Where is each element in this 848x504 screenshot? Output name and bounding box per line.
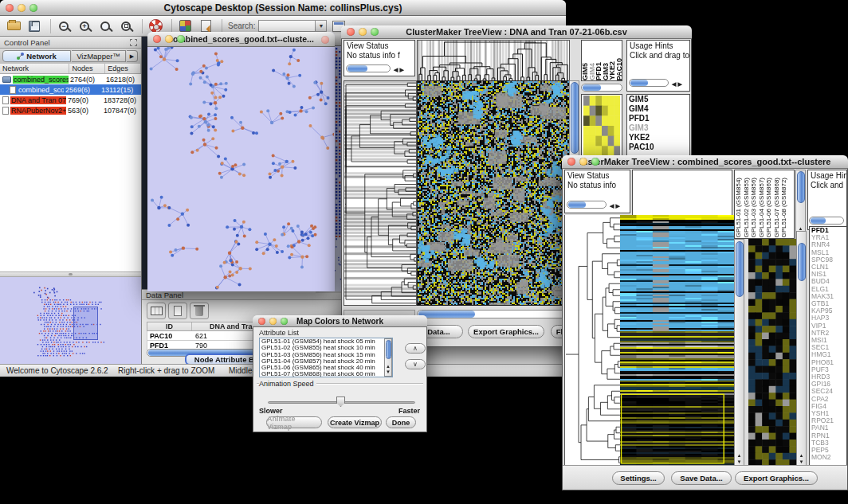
network-view-titlebar[interactable]: combined_scores_good.txt--cluste...: [147, 32, 335, 47]
main-titlebar[interactable]: Cytoscape Desktop (Session Name: collins…: [0, 0, 566, 16]
column-label[interactable]: GPL51-02 (GSM855): [743, 178, 751, 238]
scroll-arrows-icon[interactable]: ◀▶: [394, 65, 406, 75]
zoom-fit-icon[interactable]: [117, 18, 135, 34]
tab-network-label: Network: [26, 52, 56, 61]
tab-network[interactable]: Network: [2, 50, 71, 62]
col-network[interactable]: Network: [0, 64, 69, 73]
network-row[interactable]: combined_sco2569(6)13112(15): [0, 84, 141, 95]
column-labels-scrollbar[interactable]: ▲▼: [795, 170, 806, 239]
zoom-window-icon[interactable]: [371, 28, 379, 36]
treeview2-heatmap[interactable]: [620, 215, 734, 466]
column-label[interactable]: GPL51-04 (GSM857): [758, 178, 766, 238]
tv2-button-2[interactable]: Export Graphics...: [735, 471, 818, 485]
zoom-in-icon[interactable]: +: [76, 18, 93, 34]
col-edges[interactable]: Edges: [105, 64, 141, 73]
row-dendrogram[interactable]: [564, 215, 621, 466]
network-row[interactable]: DNA and Tran 07769(0)183728(0): [0, 95, 141, 105]
search-input[interactable]: [258, 20, 316, 32]
view-status-scrollbar[interactable]: [567, 201, 607, 209]
move-up-button[interactable]: ∧: [405, 343, 426, 354]
dialog-button-1[interactable]: Create Vizmap: [328, 416, 382, 428]
attribute-item[interactable]: GPL51-07 (GSM868) heat shock 60 min: [260, 371, 384, 377]
column-label[interactable]: GPL51-06 (GSM865): [765, 178, 773, 238]
zoom-heatmap-vscrollbar[interactable]: ▲▼: [796, 231, 807, 466]
search-dropdown-icon[interactable]: ▼: [316, 20, 327, 32]
dialog-button-0[interactable]: Animate Vizmap: [266, 416, 322, 428]
zoom-window-icon[interactable]: [29, 4, 37, 12]
col-nodes[interactable]: Nodes: [69, 64, 105, 73]
heatmap-vscrollbar[interactable]: ▲▼: [734, 239, 744, 466]
treeview2-body: View Status No status info ◀▶ GPL51-01 (…: [562, 169, 848, 490]
close-icon[interactable]: [321, 36, 329, 44]
save-icon[interactable]: [26, 18, 43, 34]
dialog-titlebar[interactable]: Map Colors to Network: [253, 315, 427, 327]
network-row[interactable]: combined_scores2764(0)16218(0): [0, 74, 141, 84]
column-label[interactable]: PAC10: [616, 58, 623, 80]
tv2-button-0[interactable]: Settings...: [612, 471, 665, 485]
tab-overflow-arrow[interactable]: ▶: [127, 50, 138, 62]
move-down-button[interactable]: ∨: [405, 359, 426, 369]
zoom-selected-icon[interactable]: [96, 18, 114, 34]
network-row[interactable]: RNAPuberNov2+I563(0)107847(0): [0, 105, 141, 115]
treeview1-column-labels: GIM5GIM4PFD1GIM3YKE2PAC10: [581, 40, 622, 81]
attribute-list-scrollbar[interactable]: ▲▼: [384, 338, 392, 377]
open-folder-icon[interactable]: [5, 18, 22, 34]
view-status-scrollbar[interactable]: [346, 64, 391, 72]
animation-speed-slider[interactable]: [268, 397, 415, 408]
zoom-window-icon[interactable]: [281, 318, 288, 325]
scroll-arrows-icon[interactable]: ◀▶: [672, 80, 684, 89]
scroll-arrows-icon[interactable]: ◀▶: [610, 201, 622, 211]
close-icon[interactable]: [567, 158, 575, 166]
usage-hints-scrollbar[interactable]: [629, 79, 669, 87]
treeview2-zoom-heatmap[interactable]: [748, 239, 796, 466]
column-label[interactable]: GPL51-03 (GSM856): [750, 178, 758, 238]
row-labels-hscrollbar[interactable]: [809, 217, 844, 225]
usage-hints-box: Usage Hints Click and drag to ◀▶: [626, 40, 690, 92]
minimize-icon[interactable]: [359, 28, 367, 36]
birdseye-viewport[interactable]: [73, 307, 98, 340]
treeview1-heatmap[interactable]: [417, 80, 570, 306]
birdseye-view[interactable]: [0, 277, 141, 364]
close-icon[interactable]: [347, 28, 355, 36]
attribute-table-button[interactable]: [147, 303, 166, 319]
tv1-button-1[interactable]: Export Graphics...: [468, 325, 544, 338]
network-graph-canvas[interactable]: [148, 47, 334, 291]
row-label[interactable]: PAC10: [627, 143, 689, 152]
tv2-button-1[interactable]: Save Data...: [671, 471, 732, 485]
col-id[interactable]: ID: [147, 322, 192, 330]
column-dendrogram[interactable]: [417, 40, 570, 81]
row-label[interactable]: GIM5: [627, 95, 689, 104]
new-attribute-button[interactable]: [168, 303, 187, 319]
row-label[interactable]: YKE2: [627, 133, 689, 143]
close-icon[interactable]: [258, 318, 265, 325]
heatmap-hscrollbar[interactable]: [417, 310, 568, 318]
tab-vizmapper[interactable]: VizMapper™: [72, 50, 126, 62]
row-dendrogram[interactable]: [344, 80, 417, 306]
minimize-icon[interactable]: [165, 35, 173, 43]
delete-attribute-button[interactable]: [190, 303, 209, 319]
column-labels-scrollbar[interactable]: [581, 84, 622, 92]
column-label[interactable]: GPL51-08 (GSM872): [780, 178, 788, 238]
column-label[interactable]: GPL51-01 (GSM854): [735, 178, 743, 238]
row-label[interactable]: GIM3: [627, 123, 689, 133]
zoom-window-icon[interactable]: [591, 158, 599, 166]
panel-divider[interactable]: [0, 272, 141, 277]
zoom-window-icon[interactable]: [177, 35, 185, 43]
row-label[interactable]: GIM4: [627, 104, 689, 114]
row-label[interactable]: PFD1: [627, 114, 689, 123]
minimize-icon[interactable]: [579, 158, 587, 166]
column-label[interactable]: GPL51-07 (GSM868): [773, 178, 781, 238]
treeview1-titlebar[interactable]: ClusterMaker TreeView : DNA and Tran 07-…: [341, 25, 692, 39]
treeview2-titlebar[interactable]: ClusterMaker TreeView : combined_scores_…: [562, 155, 848, 169]
usage-hints-title: Usage Hints: [811, 171, 844, 181]
slider-thumb[interactable]: [336, 397, 345, 407]
dialog-button-2[interactable]: Done: [386, 416, 416, 428]
minimize-icon[interactable]: [269, 318, 277, 325]
row-label[interactable]: MON2: [810, 454, 846, 461]
float-panel-icon[interactable]: [130, 39, 137, 46]
close-icon[interactable]: [6, 4, 14, 12]
treeview1-zoom-heatmap[interactable]: [583, 96, 620, 156]
zoom-out-icon[interactable]: −: [55, 18, 73, 34]
close-icon[interactable]: [153, 35, 161, 43]
minimize-icon[interactable]: [18, 4, 26, 12]
